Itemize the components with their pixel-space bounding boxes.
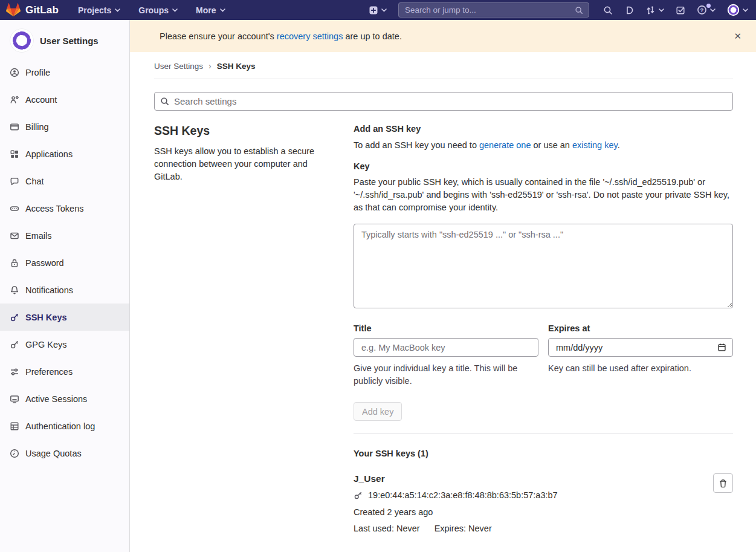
navbar-right: ? [369,2,748,18]
key-icon [10,340,19,349]
issues-button[interactable] [624,5,634,15]
sidebar-item-password[interactable]: Password [0,249,129,276]
ssh-key-list-item: J_User 19:e0:44:a5:14:c2:3a:e8:f8:48:8b:… [354,473,733,533]
help-button[interactable]: ? [697,5,716,15]
key-expires: Expires: Never [435,524,492,533]
plus-square-icon [369,5,378,15]
gitlab-tanuki-icon [6,3,21,17]
sidebar-item-ssh-keys[interactable]: SSH Keys [0,304,129,331]
section-intro: SSH Keys SSH keys allow you to establish… [154,124,329,533]
token-icon [10,204,19,213]
gauge-icon [10,449,19,458]
svg-text:?: ? [700,7,704,13]
title-field-help: Give your individual key a title. This w… [354,362,538,388]
settings-search [154,92,733,111]
ssh-key-textarea[interactable] [354,224,733,308]
key-last-used: Last used: Never [354,524,420,533]
chevron-down-icon [220,8,225,12]
envelope-icon [10,231,19,241]
global-search[interactable] [398,2,589,18]
add-ssh-key-intro: To add an SSH key you need to generate o… [354,139,733,152]
user-menu-button[interactable] [727,4,748,16]
key-created: Created 2 years ago [354,507,704,517]
page-title: SSH Keys [154,124,329,138]
account-icon [10,95,19,105]
global-search-input[interactable] [405,5,575,15]
sidebar-item-account[interactable]: Account [0,86,129,113]
add-key-button[interactable]: Add key [354,402,402,421]
your-ssh-keys-title: Your SSH keys (1) [354,449,733,458]
monitor-icon [10,394,19,404]
breadcrumb-user-settings[interactable]: User Settings [154,62,203,71]
sidebar-item-notifications[interactable]: Notifications [0,276,129,304]
recovery-settings-link[interactable]: recovery settings [277,31,343,41]
trash-icon [719,479,728,488]
gitlab-logo-text: GitLab [25,4,59,16]
key-fingerprint-row: 19:e0:44:a5:14:c2:3a:e8:f8:48:8b:63:5b:5… [354,490,704,500]
add-ssh-key-title: Add an SSH key [354,124,733,134]
merge-request-icon [645,5,656,15]
gitlab-logo[interactable]: GitLab [6,3,59,17]
key-usage-row: Last used: Never Expires: Never [354,524,704,533]
avatar [727,4,740,16]
todos-button[interactable] [676,5,685,15]
existing-key-link[interactable]: existing key [572,140,618,150]
profile-icon [10,68,19,77]
navbar-menu: Projects Groups More [78,5,225,15]
title-field-label: Title [354,323,538,333]
chat-bubble-icon [10,177,19,186]
key-name: J_User [354,473,704,484]
breadcrumb-current: SSH Keys [217,62,256,71]
breadcrumb-separator-icon: › [208,61,212,71]
key-field-label: Key [354,161,733,171]
key-fingerprint: 19:e0:44:a5:14:c2:3a:e8:f8:48:8b:63:5b:5… [368,490,558,500]
merge-requests-button[interactable] [645,5,664,15]
credit-card-icon [10,122,19,132]
section-divider [354,433,733,434]
key-title-input[interactable] [354,338,538,357]
page-description: SSH keys allow you to establish a secure… [154,145,329,183]
sidebar-item-authentication-log[interactable]: Authentication log [0,412,129,440]
alert-close-button[interactable]: ✕ [729,28,746,44]
expires-at-input[interactable]: mm/dd/yyyy [548,338,733,357]
chevron-down-icon [115,8,120,12]
sidebar-item-gpg-keys[interactable]: GPG Keys [0,331,129,358]
top-navbar: GitLab Projects Groups More [0,0,756,20]
sliders-icon [10,367,19,377]
key-icon [10,313,19,322]
sidebar-item-usage-quotas[interactable]: Usage Quotas [0,440,129,467]
nav-projects[interactable]: Projects [78,5,120,15]
sidebar-item-preferences[interactable]: Preferences [0,358,129,385]
nav-groups[interactable]: Groups [138,5,178,15]
ssh-key-form-column: Add an SSH key To add an SSH key you nee… [354,124,733,533]
sidebar-item-active-sessions[interactable]: Active Sessions [0,385,129,412]
settings-search-input[interactable] [154,92,733,111]
chevron-down-icon [710,8,716,12]
calendar-icon[interactable] [717,343,726,352]
key-icon [354,491,363,500]
avatar [10,28,34,53]
search-icon [160,97,169,106]
new-menu-button[interactable] [369,5,387,15]
expires-field-label: Expires at [548,323,733,333]
settings-sidebar: User Settings Profile Account Billing [0,20,130,552]
search-icon [603,5,613,15]
search-icon [575,6,583,15]
sidebar-item-profile[interactable]: Profile [0,59,129,86]
sidebar-item-emails[interactable]: Emails [0,222,129,249]
log-table-icon [10,421,19,431]
sidebar-item-chat[interactable]: Chat [0,167,129,195]
title-field-group: Title Give your individual key a title. … [354,323,538,388]
sidebar-item-applications[interactable]: Applications [0,140,129,167]
expires-field-group: Expires at mm/dd/yyyy Key can still be u… [548,323,733,388]
nav-more[interactable]: More [196,5,225,15]
issues-icon [624,5,634,15]
sidebar-item-access-tokens[interactable]: Access Tokens [0,195,129,222]
delete-key-button[interactable] [713,473,733,493]
alert-text: Please ensure your account's recovery se… [160,31,402,41]
chevron-down-icon [381,8,387,12]
grid-icon [10,149,19,159]
search-button[interactable] [603,5,613,15]
generate-one-link[interactable]: generate one [479,140,531,150]
sidebar-item-billing[interactable]: Billing [0,113,129,140]
